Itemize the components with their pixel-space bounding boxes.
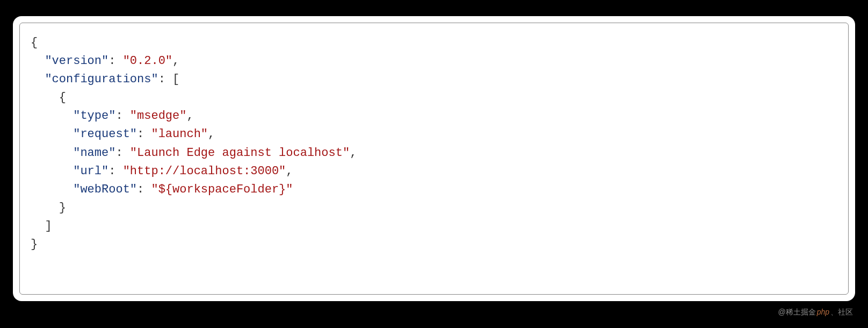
brace-close-inner: } [31,201,66,215]
json-key-version: "version" [45,54,108,68]
code-content[interactable]: { "version": "0.2.0", "configurations": … [31,34,837,254]
json-val-webroot: "${workspaceFolder}" [151,183,293,196]
json-key-url: "url" [73,165,108,178]
watermark-prefix: @稀土掘金 [778,308,815,316]
code-box: { "version": "0.2.0", "configurations": … [19,23,849,295]
brace-open-inner: { [31,91,66,104]
json-key-configurations: "configurations" [45,73,158,86]
watermark: @稀土掘金php、社区 [778,308,853,317]
json-val-request: "launch" [151,127,208,141]
json-val-url: "http://localhost:3000" [123,165,286,178]
json-key-webroot: "webRoot" [73,183,137,196]
brace-close: } [31,238,38,251]
json-val-name: "Launch Edge against localhost" [130,146,350,160]
json-key-name: "name" [73,146,115,160]
json-val-type: "msedge" [130,109,187,123]
bracket-close: ] [31,219,52,233]
code-card: { "version": "0.2.0", "configurations": … [13,16,855,301]
watermark-suffix: 、社区 [830,308,853,316]
json-val-version: "0.2.0" [123,54,172,68]
json-key-request: "request" [73,127,137,141]
json-key-type: "type" [73,109,115,123]
brace-open: { [31,36,38,49]
watermark-php: php [817,308,829,316]
